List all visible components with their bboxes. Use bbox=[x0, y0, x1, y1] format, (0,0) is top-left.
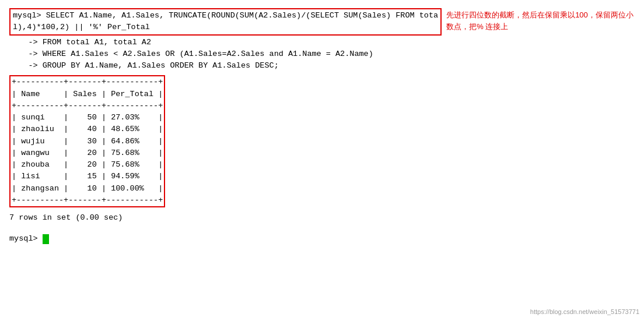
table-row-6: | lisi | 15 | 94.59% | bbox=[12, 171, 163, 182]
terminal: mysql> SELECT A1.Name, A1.Sales, TRUNCAT… bbox=[7, 5, 637, 249]
query-continuation: -> FROM total A1, total A2 -> WHERE A1.S… bbox=[9, 37, 635, 72]
table-row-4: | wangwu | 20 | 75.68% | bbox=[12, 147, 163, 159]
row-count: 7 rows in set (0.00 sec) bbox=[9, 212, 635, 224]
table-row-2: | zhaoliu | 40 | 48.65% | bbox=[12, 124, 163, 135]
cursor bbox=[43, 234, 49, 244]
table-sep-2: +----------+-------+-----------+ bbox=[12, 100, 163, 112]
table-row-5: | zhouba | 20 | 75.68% | bbox=[12, 159, 163, 171]
final-prompt-text: mysql> bbox=[9, 233, 43, 245]
query-line-3: -> WHERE A1.Sales < A2.Sales OR (A1.Sale… bbox=[9, 48, 635, 60]
table-header: | Name | Sales | Per_Total | bbox=[12, 89, 163, 100]
query-line-4: -> GROUP BY A1.Name, A1.Sales ORDER BY A… bbox=[9, 60, 635, 72]
table-row-1: | sunqi | 50 | 27.03% | bbox=[12, 112, 163, 124]
query-line-1: mysql> SELECT A1.Name, A1.Sales, TRUNCAT… bbox=[13, 10, 438, 22]
final-prompt-line: mysql> bbox=[9, 233, 635, 245]
annotation: 先进行四位数的截断，然后在保留乘以100，保留两位小数点，把% 连接上 bbox=[446, 9, 635, 32]
query-line-1b: l),4)*100,2) || '%' Per_Total bbox=[13, 22, 438, 33]
table-sep-3: +----------+-------+-----------+ bbox=[12, 195, 163, 206]
watermark: https://blog.csdn.net/weixin_51573771 bbox=[530, 308, 639, 315]
query-line-2: -> FROM total A1, total A2 bbox=[9, 37, 635, 48]
table-row-7: | zhangsan | 10 | 100.00% | bbox=[12, 183, 163, 195]
table-row-3: | wujiu | 30 | 64.86% | bbox=[12, 136, 163, 147]
table-sep-1: +----------+-------+-----------+ bbox=[12, 76, 163, 88]
